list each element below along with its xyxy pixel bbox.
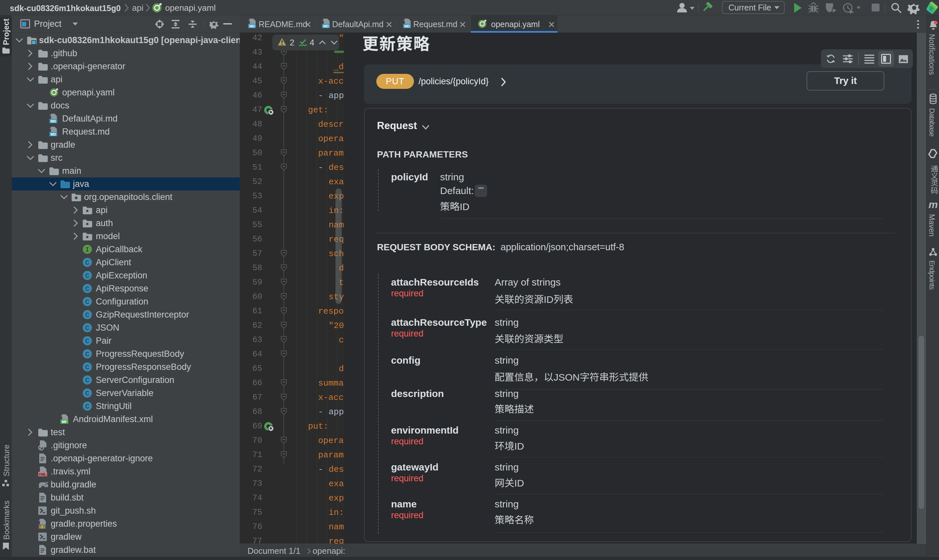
svg-text:MD: MD [50,132,56,136]
svg-text:C: C [85,390,89,397]
svg-text:MD: MD [323,24,328,28]
svg-text:C: C [85,298,89,306]
svg-text:C: C [85,285,89,293]
svg-text:C: C [85,272,89,280]
svg-text:C: C [85,337,89,345]
svg-text:C: C [85,259,89,267]
svg-text:I: I [85,246,89,254]
svg-text:MD: MD [404,24,410,28]
svg-text:C: C [85,377,89,384]
svg-text:C: C [85,351,89,358]
svg-text:MF: MF [62,420,67,424]
svg-text:C: C [85,403,89,410]
svg-text:MD: MD [50,119,56,123]
svg-text:MD: MD [249,24,255,28]
svg-text:C: C [85,325,89,332]
svg-text:C: C [85,364,89,371]
svg-text:C: C [85,311,89,319]
svg-text:YML: YML [39,472,46,476]
